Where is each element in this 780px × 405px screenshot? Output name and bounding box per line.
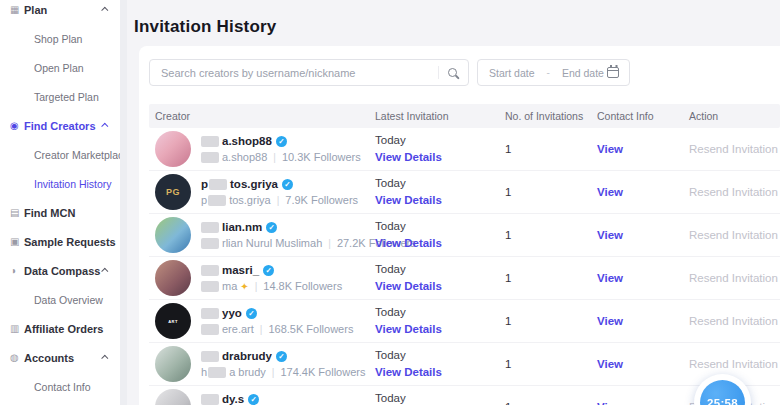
sidebar-item-find-mcn[interactable]: ▤Find MCN [0,198,120,227]
verified-badge-icon: ✓ [282,179,293,190]
view-details-link[interactable]: View Details [375,279,505,294]
sidebar-item-open-plan[interactable]: Open Plan [0,53,120,82]
creator-handle-line: a.shop88 ✓ [201,134,361,149]
censored-text-block [201,238,219,249]
search-icon[interactable] [448,68,457,77]
table-row: drabrudy ✓ h a brudy | 174.4K Followers … [149,343,780,386]
censored-text-block [201,351,219,362]
sidebar-item-label: Plan [24,4,47,16]
view-details-link[interactable]: View Details [375,150,505,165]
col-header-action: Action [689,110,780,122]
creator-name-block: lian.nm ✓ rlian Nurul Muslimah | 27.2K F… [201,220,375,251]
verified-badge-icon: ✓ [276,136,287,147]
latest-invitation-cell: Today View Details [375,262,505,294]
sidebar-item-label: Creator Marketplace [34,149,129,161]
sidebar-item-label: Open Plan [34,62,84,74]
contact-view-link[interactable]: View [597,358,689,370]
resend-invitation-button[interactable]: Resend Invitation [689,186,780,198]
creator-cell[interactable]: masri_ ✓ ma ✦ | 14.8K Followers [155,260,375,296]
creator-search-box[interactable] [149,59,469,86]
creator-name-block: drabrudy ✓ h a brudy | 174.4K Followers [201,349,365,380]
handle-prefix: p [201,177,208,192]
resend-invitation-button[interactable]: Resend Invitation [689,143,780,155]
sidebar-item-label: Accounts [24,352,74,364]
creator-cell[interactable]: a.shop88 ✓ a.shop88 | 10.3K Followers [155,131,375,167]
sidebar-item-invitation-history[interactable]: Invitation History [0,169,120,198]
nickname-prefix: h [201,365,207,380]
censored-text-block [201,152,219,163]
invitation-count: 1 [505,315,597,327]
creator-cell[interactable]: ART yyo ✓ ere.art | 168.5K Followers [155,303,375,339]
follower-count: 14.8K Followers [263,279,342,294]
end-date-field[interactable]: End date [562,67,604,79]
creator-nickname: tos.griya [229,193,271,208]
creator-cell[interactable]: drabrudy ✓ h a brudy | 174.4K Followers [155,346,375,382]
start-date-field[interactable]: Start date [489,67,535,79]
latest-invitation-cell: Today View Details [375,219,505,251]
sidebar-item-contact-info[interactable]: Contact Info [0,372,120,401]
creator-avatar [155,260,191,296]
latest-invitation-cell: Today View Details [375,176,505,208]
sidebar-scrollbar[interactable] [120,0,127,405]
contact-view-link[interactable]: View [597,143,689,155]
table-row: lian.nm ✓ rlian Nurul Muslimah | 27.2K F… [149,214,780,257]
resend-invitation-button[interactable]: Resend Invitation [689,315,780,327]
creator-cell[interactable]: lian.nm ✓ rlian Nurul Muslimah | 27.2K F… [155,217,375,253]
invitation-table: Creator Latest Invitation No. of Invitat… [149,104,780,405]
contact-view-link[interactable]: View [597,272,689,284]
contact-view-link[interactable]: View [597,401,689,405]
col-header-contact-info: Contact Info [597,110,689,122]
sidebar-item-data-compass[interactable]: ◑Data Compass [0,256,120,285]
latest-invitation-date: Today [375,305,505,320]
sidebar-item-accounts[interactable]: ◍Accounts [0,343,120,372]
search-input[interactable] [150,67,438,79]
sidebar-item-data-overview[interactable]: Data Overview [0,285,120,314]
creator-handle: tos.griya [230,177,278,192]
creator-sub-line: rlian Nurul Muslimah | 27.2K Followers [201,236,375,251]
resend-invitation-button[interactable]: Resend Invitation [689,229,780,241]
verified-badge-icon: ✓ [246,308,257,319]
creator-handle: dy.s [222,392,244,405]
creator-avatar: PG [155,174,191,210]
view-details-link[interactable]: View Details [375,193,505,208]
follower-count: 10.3K Followers [282,150,361,165]
creator-nickname: ma [222,279,237,294]
creator-cell[interactable]: dy.s ✓ | [155,389,375,405]
creator-handle: lian.nm [222,220,262,235]
creator-sub-line: ma ✦ | 14.8K Followers [201,279,342,294]
sidebar-item-find-creators[interactable]: ◉Find Creators [0,111,120,140]
page-title: Invitation History [127,0,780,37]
date-range-picker[interactable]: Start date - End date [477,59,630,86]
sidebar-item-shop-plan[interactable]: Shop Plan [0,24,120,53]
sidebar-item-sample-requests[interactable]: ▣Sample Requests [0,227,120,256]
table-row: masri_ ✓ ma ✦ | 14.8K Followers Today Vi… [149,257,780,300]
contact-view-link[interactable]: View [597,229,689,241]
contact-view-link[interactable]: View [597,315,689,327]
verified-badge-icon: ✓ [266,222,277,233]
sidebar-item-creator-marketplace[interactable]: Creator Marketplace [0,140,120,169]
resend-invitation-button[interactable]: Resend Invitation [689,358,780,370]
censored-text-block [208,367,226,378]
view-details-link[interactable]: View Details [375,365,505,380]
contact-view-link[interactable]: View [597,186,689,198]
invitation-count: 1 [505,358,597,370]
divider: | [273,150,276,165]
view-details-link[interactable]: View Details [375,322,505,337]
sidebar-item-plan[interactable]: ▦Plan [0,0,120,24]
creator-cell[interactable]: PG p tos.griya ✓ p tos.griya | 7.9K Foll… [155,174,375,210]
censored-text-block [209,179,227,190]
resend-invitation-button[interactable]: Resend Invitation [689,272,780,284]
divider: | [328,236,331,251]
view-details-link[interactable]: View Details [375,236,505,251]
briefcase-icon: ▤ [10,208,24,218]
sidebar-item-affiliate-orders[interactable]: ▥Affiliate Orders [0,314,120,343]
sidebar-item-label: Data Compass [24,265,100,277]
censored-text-block [208,195,226,206]
sidebar-item-targeted-plan[interactable]: Targeted Plan [0,82,120,111]
chevron-up-icon [101,123,108,130]
calendar-icon[interactable] [607,67,619,78]
nickname-prefix: p [201,193,207,208]
creator-handle: masri_ [222,263,259,278]
filter-bar: Start date - End date [149,59,780,86]
latest-invitation-cell: Today View Details [375,348,505,380]
